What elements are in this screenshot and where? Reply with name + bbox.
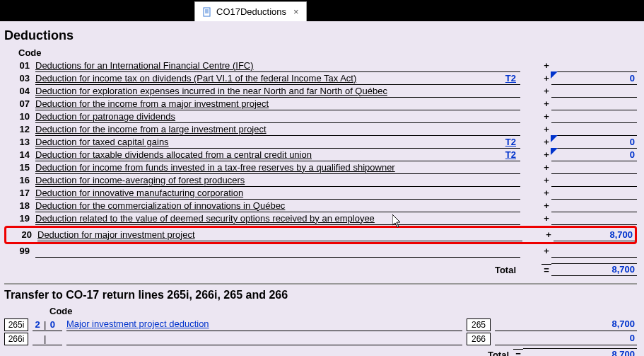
row-value[interactable]: 0 <box>551 149 637 161</box>
transfer-block: Code 265i 2|0 Major investment project d… <box>4 306 637 356</box>
page-body: Deductions Code 01Deductions for an Inte… <box>0 21 644 356</box>
plus-sign: + <box>541 72 551 85</box>
row-value[interactable] <box>551 161 637 174</box>
row-description[interactable]: Deduction for income-averaging of forest… <box>35 174 485 187</box>
row-description[interactable]: Deduction for income tax on dividends (P… <box>35 72 485 85</box>
t2-link[interactable]: T2 <box>485 72 520 85</box>
plus-sign: + <box>541 212 551 225</box>
row-code: 03 <box>4 72 35 85</box>
transfer-code-input[interactable]: 2|0 <box>33 318 62 331</box>
deduction-row: 12Deduction for the income from a large … <box>4 123 637 136</box>
row-code: 13 <box>4 136 35 149</box>
plus-sign: + <box>541 161 551 174</box>
row-code: 20 <box>6 229 37 241</box>
row-description[interactable]: Deduction for taxed capital gains <box>35 136 485 149</box>
transfer-total-value: 8,700 <box>523 348 637 356</box>
deduction-row: 10Deduction for patronage dividends+ <box>4 110 637 123</box>
deduction-row: 04Deduction for exploration expenses inc… <box>4 85 637 98</box>
svg-rect-0 <box>204 8 210 16</box>
t2-link <box>485 85 520 98</box>
row-description[interactable]: Deductions for an International Financia… <box>35 59 485 72</box>
row-value[interactable] <box>551 110 637 123</box>
transfer-value[interactable]: 8,700 <box>495 318 637 331</box>
row-description[interactable]: Deduction for taxable dividends allocate… <box>35 149 485 161</box>
document-icon <box>202 7 212 17</box>
row-value[interactable]: 8,700 <box>554 229 635 241</box>
deduction-row: 13Deduction for taxed capital gainsT2+0 <box>4 136 637 149</box>
t2-link[interactable]: T2 <box>485 136 520 149</box>
line-label-266i: 266i <box>4 333 28 345</box>
plus-sign: + <box>541 98 551 110</box>
t2-link[interactable]: T2 <box>485 149 520 161</box>
plus-sign: + <box>541 200 551 212</box>
row-code: 16 <box>4 174 35 187</box>
transfer-description[interactable]: Major investment project deduction <box>66 318 462 331</box>
row-description[interactable]: Deduction for patronage dividends <box>35 110 485 123</box>
transfer-heading: Transfer to CO-17 return lines 265i, 266… <box>4 289 637 302</box>
document-tab[interactable]: CO17Deductions × <box>194 1 307 21</box>
plus-sign: + <box>541 174 551 187</box>
row-value[interactable] <box>551 245 637 258</box>
t2-link <box>485 110 520 123</box>
transfer-value[interactable]: 0 <box>495 333 637 345</box>
row-description[interactable]: Deduction for innovative manufacturing c… <box>35 187 485 200</box>
row-code: 07 <box>4 98 35 110</box>
t2-link <box>485 59 520 72</box>
row-value[interactable] <box>551 200 637 212</box>
t2-link <box>485 98 520 110</box>
plus-sign: + <box>544 229 554 241</box>
row-description[interactable]: Deduction for income from funds invested… <box>35 161 485 174</box>
transfer-row: 265i 2|0 Major investment project deduct… <box>4 318 637 332</box>
line-label-265: 265 <box>467 318 491 331</box>
plus-sign: + <box>541 110 551 123</box>
row-code: 12 <box>4 123 35 136</box>
row-code: 15 <box>4 161 35 174</box>
row-value[interactable] <box>551 174 637 187</box>
row-code: 19 <box>4 212 35 225</box>
deduction-row-blank: 99 + <box>4 245 637 258</box>
row-code: 18 <box>4 200 35 212</box>
row-value[interactable] <box>551 123 637 136</box>
tab-label: CO17Deductions <box>216 6 286 17</box>
row-code: 04 <box>4 85 35 98</box>
row-value[interactable]: 0 <box>551 136 637 149</box>
row-description[interactable]: Deduction for major investment project <box>37 229 522 241</box>
row-code: 01 <box>4 59 35 72</box>
row-code: 10 <box>4 110 35 123</box>
deduction-row: 14Deduction for taxable dividends alloca… <box>4 149 637 161</box>
plus-sign: + <box>541 123 551 136</box>
transfer-code-header: Code <box>49 306 637 316</box>
transfer-total-label: Total <box>4 350 513 357</box>
row-value[interactable] <box>551 85 637 98</box>
deduction-row: 16Deduction for income-averaging of fore… <box>4 174 637 187</box>
deduction-row: 01Deductions for an International Financ… <box>4 59 637 72</box>
row-code: 17 <box>4 187 35 200</box>
equals-sign: = <box>513 349 523 356</box>
deductions-total-row: Total = 8,700 <box>4 262 637 277</box>
section-divider <box>4 283 637 285</box>
transfer-row: 266i | 266 0 <box>4 332 637 346</box>
t2-link <box>485 187 520 200</box>
row-value[interactable] <box>551 187 637 200</box>
transfer-description[interactable] <box>66 333 462 345</box>
total-label: Total <box>35 265 520 275</box>
row-value[interactable]: 0 <box>551 72 637 85</box>
transfer-code-input[interactable]: | <box>33 333 62 345</box>
t2-link <box>485 161 520 174</box>
row-description[interactable]: Deduction for the income from a large in… <box>35 123 485 136</box>
row-value[interactable] <box>551 59 637 72</box>
row-description[interactable]: Deduction for the income from a major in… <box>35 98 485 110</box>
row-value[interactable] <box>551 212 637 225</box>
deduction-row: 07Deduction for the income from a major … <box>4 98 637 110</box>
deduction-row: 19Deduction related to the value of deem… <box>4 212 637 225</box>
row-value[interactable] <box>551 98 637 110</box>
line-label-265i: 265i <box>4 318 28 331</box>
t2-link <box>485 200 520 212</box>
row-description[interactable]: Deduction for exploration expenses incur… <box>35 85 485 98</box>
row-description[interactable]: Deduction for the commercialization of i… <box>35 200 485 212</box>
line-label-266: 266 <box>467 333 491 345</box>
deduction-row: 17Deduction for innovative manufacturing… <box>4 187 637 200</box>
row-description[interactable]: Deduction related to the value of deemed… <box>35 212 485 225</box>
row-description-input[interactable] <box>35 245 520 258</box>
close-icon[interactable]: × <box>293 6 299 17</box>
